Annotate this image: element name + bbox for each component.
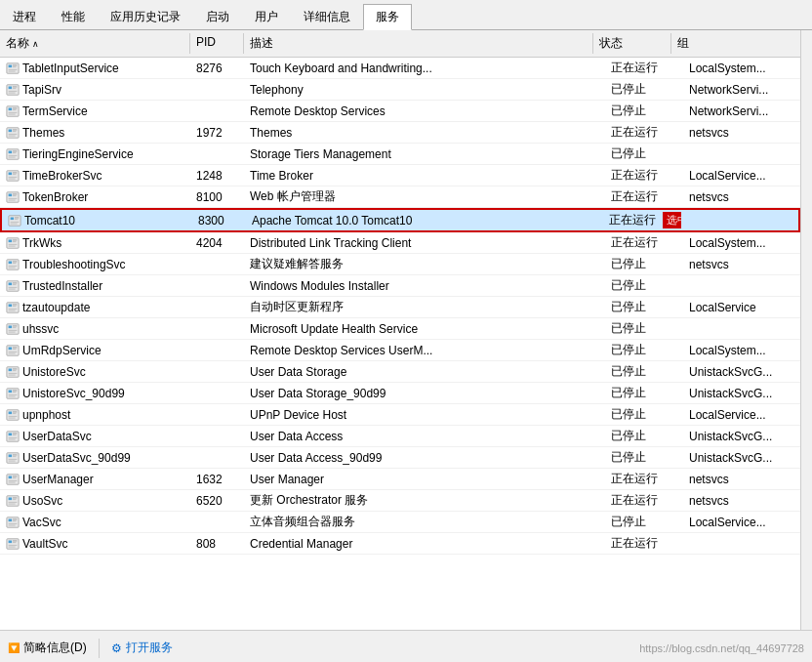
svg-rect-37 [9, 193, 13, 196]
service-desc: User Manager [244, 469, 605, 489]
svg-rect-17 [9, 113, 16, 114]
col-header-status[interactable]: 状态 [593, 33, 671, 54]
svg-rect-57 [13, 263, 17, 264]
svg-rect-88 [9, 372, 18, 373]
table-row[interactable]: UmRdpServiceRemote Desktop Services User… [0, 340, 800, 361]
svg-rect-128 [13, 518, 17, 519]
svg-rect-91 [9, 390, 13, 393]
service-name: UnistoreSvc [22, 365, 86, 379]
service-status: 已停止 [605, 512, 683, 532]
table-row[interactable]: TokenBroker8100Web 帐户管理器正在运行netsvcs [0, 186, 800, 208]
service-desc: Distributed Link Tracking Client [244, 232, 605, 253]
service-pid [190, 254, 244, 274]
service-pid: 1248 [190, 165, 244, 186]
svg-rect-133 [9, 540, 13, 543]
svg-rect-106 [9, 436, 18, 437]
table-row[interactable]: UserManager1632User Manager正在运行netsvcs [0, 469, 800, 490]
service-status: 已停止 [605, 275, 683, 296]
table-row[interactable]: tzautoupdate自动时区更新程序已停止LocalService [0, 297, 800, 318]
table-row[interactable]: Tomcat108300Apache Tomcat 10.0 Tomcat10正… [0, 208, 800, 232]
col-header-pid[interactable]: PID [190, 33, 244, 54]
svg-rect-85 [9, 368, 13, 371]
table-row[interactable]: TabletInputService8276Touch Keyboard and… [0, 58, 800, 79]
col-header-group[interactable]: 组 [671, 33, 789, 54]
service-pid [190, 426, 244, 446]
service-group [683, 318, 800, 339]
table-row[interactable]: VacSvc立体音频组合器服务已停止LocalService... [0, 512, 800, 533]
table-row[interactable]: TapiSrvTelephony已停止NetworkServi... [0, 79, 800, 101]
table-row[interactable]: TieringEngineServiceStorage Tiers Manage… [0, 144, 800, 165]
table-row[interactable]: UnistoreSvc_90d99User Data Storage_90d99… [0, 383, 800, 404]
tab-performance[interactable]: 性能 [49, 4, 98, 29]
service-name: TimeBrokerSvc [22, 169, 102, 183]
service-status: 已停止 [605, 79, 683, 100]
tab-startup[interactable]: 启动 [193, 4, 242, 29]
tab-app-history[interactable]: 应用历史记录 [98, 4, 193, 29]
col-header-desc[interactable]: 描述 [244, 33, 593, 54]
service-desc: Themes [244, 122, 605, 143]
table-scroll[interactable]: TabletInputService8276Touch Keyboard and… [0, 58, 800, 630]
service-icon [6, 169, 20, 183]
service-name: VacSvc [22, 516, 61, 529]
service-name: TrustedInstaller [22, 279, 102, 293]
service-name: UserManager [22, 473, 94, 486]
service-icon [8, 214, 21, 228]
service-status: 已停止 [605, 254, 683, 274]
service-desc: 立体音频组合器服务 [244, 512, 605, 532]
svg-rect-16 [9, 111, 18, 112]
svg-rect-38 [13, 193, 17, 194]
table-row[interactable]: UsoSvc6520更新 Orchestrator 服务正在运行netsvcs [0, 490, 800, 512]
service-name-cell: VaultSvc [0, 533, 190, 554]
main-content: 名称 PID 描述 状态 组 TabletInputService8276Tou… [0, 30, 812, 630]
svg-rect-109 [9, 454, 13, 457]
svg-rect-11 [9, 92, 16, 93]
service-status: 已停止 [605, 318, 683, 339]
col-header-name[interactable]: 名称 [0, 33, 190, 54]
svg-rect-63 [13, 284, 17, 285]
service-name-cell: UnistoreSvc [0, 361, 190, 382]
table-row[interactable]: TrkWks4204Distributed Link Tracking Clie… [0, 232, 800, 254]
svg-rect-7 [9, 86, 13, 89]
svg-rect-70 [9, 308, 18, 309]
table-row[interactable]: uhssvcMicrosoft Update Health Service已停止 [0, 318, 800, 340]
service-name: VaultSvc [22, 537, 67, 551]
service-name-cell: TrustedInstaller [0, 275, 190, 296]
service-pid [190, 318, 244, 339]
tab-details[interactable]: 详细信息 [291, 4, 363, 29]
svg-rect-3 [13, 66, 17, 67]
svg-rect-31 [9, 172, 13, 175]
table-row[interactable]: TimeBrokerSvc1248Time Broker正在运行LocalSer… [0, 165, 800, 186]
svg-rect-64 [9, 286, 18, 287]
open-services-button[interactable]: ⚙ 打开服务 [111, 640, 173, 656]
tab-services[interactable]: 服务 [363, 4, 412, 30]
service-name-cell: UserDataSvc [0, 426, 190, 446]
table-row[interactable]: Themes1972Themes正在运行netsvcs [0, 122, 800, 144]
service-status: 正在运行 [605, 165, 683, 186]
svg-rect-47 [11, 223, 18, 224]
table-row[interactable]: upnphostUPnP Device Host已停止LocalService.… [0, 404, 800, 426]
service-desc: User Data Storage [244, 361, 605, 382]
svg-rect-134 [13, 540, 17, 541]
service-desc: Remote Desktop Services [244, 101, 605, 121]
table-row[interactable]: UserDataSvcUser Data Access已停止UnistackSv… [0, 426, 800, 447]
svg-rect-28 [9, 154, 18, 155]
table-row[interactable]: VaultSvc808Credential Manager正在运行 [0, 533, 800, 555]
table-row[interactable]: TroubleshootingSvc建议疑难解答服务已停止netsvcs [0, 254, 800, 275]
table-row[interactable]: TermServiceRemote Desktop Services已停止Net… [0, 101, 800, 122]
svg-rect-116 [13, 476, 17, 476]
svg-rect-56 [13, 261, 17, 262]
tab-users[interactable]: 用户 [242, 4, 291, 29]
service-group: netsvcs [683, 186, 800, 207]
svg-rect-44 [15, 217, 19, 218]
table-row[interactable]: UnistoreSvcUser Data Storage已停止UnistackS… [0, 361, 800, 383]
table-row[interactable]: TrustedInstallerWindows Modules Installe… [0, 275, 800, 297]
table-header: 名称 PID 描述 状态 组 [0, 30, 800, 58]
service-desc: User Data Access_90d99 [244, 447, 605, 468]
table-row[interactable]: UserDataSvc_90d99User Data Access_90d99已… [0, 447, 800, 469]
svg-rect-81 [13, 349, 17, 350]
tab-processes[interactable]: 进程 [0, 4, 49, 29]
svg-rect-93 [13, 392, 17, 393]
service-status: 已停止 [605, 447, 683, 468]
summary-info[interactable]: 🔽 简略信息(D) [8, 640, 87, 656]
service-group: NetworkServi... [683, 79, 800, 100]
